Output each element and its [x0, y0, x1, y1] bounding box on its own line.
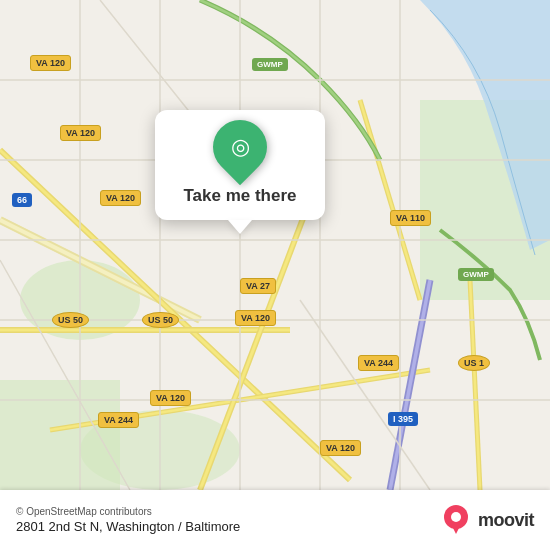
address-text: 2801 2nd St N, Washington / Baltimore [16, 519, 240, 534]
road-badge-va120-2: VA 120 [60, 125, 101, 141]
bottom-bar: © OpenStreetMap contributors 2801 2nd St… [0, 490, 550, 550]
road-badge-va120-1: VA 120 [30, 55, 71, 71]
road-badge-i395: I 395 [388, 412, 418, 426]
road-badge-gwmp-1: GWMP [252, 58, 288, 71]
road-badge-va110: VA 110 [390, 210, 431, 226]
road-badge-va120-6: VA 120 [320, 440, 361, 456]
moovit-brand-text: moovit [478, 510, 534, 531]
road-badge-66: 66 [12, 193, 32, 207]
road-badge-va120-4: VA 120 [235, 310, 276, 326]
bottom-left-info: © OpenStreetMap contributors 2801 2nd St… [16, 506, 240, 534]
moovit-pin-icon [440, 504, 472, 536]
road-badge-va120-3: VA 120 [100, 190, 141, 206]
road-badge-gwmp-2: GWMP [458, 268, 494, 281]
map-popup: ◎ Take me there [155, 110, 325, 234]
svg-marker-36 [451, 524, 461, 534]
copyright-text: © OpenStreetMap contributors [16, 506, 240, 517]
road-badge-va120-5: VA 120 [150, 390, 191, 406]
pin-dot: ◎ [231, 134, 250, 160]
popup-arrow [228, 220, 252, 234]
location-pin-icon: ◎ [202, 109, 278, 185]
road-badge-va244-2: VA 244 [98, 412, 139, 428]
map-svg [0, 0, 550, 490]
road-badge-us50-2: US 50 [142, 312, 179, 328]
road-badge-us1: US 1 [458, 355, 490, 371]
road-badge-va27: VA 27 [240, 278, 276, 294]
road-badge-us50-1: US 50 [52, 312, 89, 328]
take-me-there-button[interactable]: Take me there [183, 182, 296, 210]
moovit-logo: moovit [440, 504, 534, 536]
road-badge-va244-1: VA 244 [358, 355, 399, 371]
map-container: VA 120 VA 120 VA 120 VA 120 VA 120 VA 12… [0, 0, 550, 550]
svg-point-35 [451, 512, 461, 522]
svg-rect-4 [0, 380, 120, 490]
popup-bubble: ◎ Take me there [155, 110, 325, 220]
